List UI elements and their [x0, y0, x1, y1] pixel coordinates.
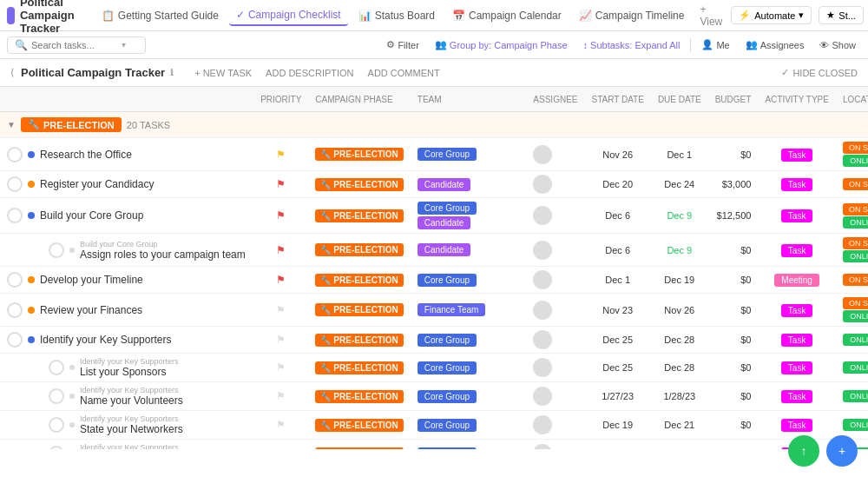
start-date-cell: Nov 23: [584, 294, 650, 327]
status-circle[interactable]: [7, 272, 23, 288]
task-name[interactable]: Register your Candidacy: [7, 176, 247, 192]
assignees-button[interactable]: 👥 Assignees: [740, 37, 810, 52]
teams-cell: Core Group: [418, 274, 520, 287]
start-date-cell: 1/27/23: [584, 382, 650, 411]
info-icon[interactable]: ℹ: [170, 68, 174, 77]
teams-cell: Core Group: [418, 447, 520, 450]
task-name[interactable]: Identify your Key Supporters: [7, 332, 247, 348]
fab-green-button[interactable]: ↑: [788, 435, 819, 449]
activity-cell: Task: [758, 198, 836, 234]
new-task-button[interactable]: + NEW TASK: [191, 66, 255, 80]
phase-icon: 🔧: [320, 245, 331, 255]
due-date: Dec 9: [667, 210, 692, 221]
me-button[interactable]: 👤 Me: [696, 37, 734, 52]
start-date-cell: Dec 1: [584, 267, 650, 294]
chevron-down-icon: ▾: [799, 10, 804, 21]
status-circle[interactable]: [7, 176, 23, 192]
add-description-button[interactable]: ADD DESCRIPTION: [262, 66, 357, 80]
subtask-name[interactable]: Identify your Key Supporters List your S…: [7, 357, 247, 378]
due-date-cell: 1/28/23: [651, 382, 708, 411]
subtask-name[interactable]: Build your Core Group Assign roles to yo…: [7, 240, 247, 261]
task-name-cell[interactable]: Develop your Timeline: [0, 267, 253, 294]
status-circle[interactable]: [49, 417, 64, 433]
subtask-name[interactable]: Identify your Key Supporters State your …: [7, 414, 247, 435]
filter-button[interactable]: ⚙ Filter: [381, 37, 424, 52]
task-name-cell[interactable]: Identify your Key Supporters: [0, 327, 253, 354]
start-date: Dec 19: [602, 448, 633, 449]
status-circle[interactable]: [7, 332, 23, 348]
assignee-avatar: [533, 241, 552, 260]
priority-cell: ⚑: [253, 198, 308, 234]
task-name-text: Review your Finances: [40, 304, 142, 316]
table-row: Identify your Key Supporters ⚑🔧 PRE-ELEC…: [0, 327, 868, 354]
status-circle[interactable]: [49, 242, 64, 258]
subtask-name[interactable]: Identify your Key Supporters List your S…: [7, 443, 247, 449]
task-name-cell[interactable]: Identify your Key Supporters Name your V…: [0, 382, 253, 411]
hide-closed-button[interactable]: ✓ HIDE CLOSED: [781, 67, 858, 78]
tab-campaign-checklist[interactable]: ✓ Campaign Checklist: [229, 5, 348, 26]
breadcrumb-home[interactable]: ⟨: [10, 67, 14, 78]
task-name-cell[interactable]: Register your Candidacy: [0, 171, 253, 198]
subtask-name[interactable]: Identify your Key Supporters Name your V…: [7, 386, 247, 407]
task-name[interactable]: Review your Finances: [7, 302, 247, 318]
subtask-parent: Identify your Key Supporters: [80, 357, 179, 366]
teams-cell: Core Group: [418, 334, 520, 347]
tab-getting-started[interactable]: 📋 Getting Started Guide: [95, 6, 226, 25]
phase-badge: 🔧 PRE-ELECTION: [315, 390, 403, 403]
status-circle[interactable]: [7, 302, 23, 318]
phase-icon: 🔧: [320, 363, 331, 373]
budget-value: $0: [740, 245, 751, 255]
task-name[interactable]: Research the Office: [7, 147, 247, 162]
search-box[interactable]: 🔍 ▾: [7, 36, 146, 54]
location-badge: ON SITE: [843, 142, 868, 154]
task-dot: [28, 181, 35, 188]
location-cell: ON SITEONLINE: [836, 234, 868, 267]
subtasks-button[interactable]: ↕ Subtasks: Expand All: [578, 38, 686, 52]
fab-blue-button[interactable]: +: [826, 435, 858, 449]
due-date-cell: Dec 24: [651, 171, 708, 198]
table-row: Identify your Key Supporters List your S…: [0, 440, 868, 450]
budget-value: $0: [740, 275, 751, 285]
task-name-cell[interactable]: Review your Finances: [0, 294, 253, 327]
status-circle[interactable]: [49, 446, 64, 449]
group-by-button[interactable]: 👥 Group by: Campaign Phase: [430, 37, 573, 52]
search-input[interactable]: [31, 40, 118, 50]
add-comment-button[interactable]: ADD COMMENT: [365, 66, 444, 80]
assignee-cell: [526, 327, 584, 354]
assignee-cell: [526, 354, 584, 382]
show-button[interactable]: 👁 Show: [814, 38, 861, 52]
status-circle[interactable]: [49, 360, 64, 375]
budget-value: $0: [740, 335, 751, 345]
start-date: Dec 19: [602, 420, 633, 430]
budget-cell: $0: [708, 267, 759, 294]
task-name-cell[interactable]: Identify your Key Supporters List your S…: [0, 354, 253, 382]
task-name[interactable]: Develop your Timeline: [7, 272, 247, 288]
task-name-cell[interactable]: Research the Office: [0, 138, 253, 171]
tab-status-board[interactable]: 📊 Status Board: [352, 6, 442, 25]
due-date: Dec 24: [664, 179, 694, 189]
phase-cell: 🔧 PRE-ELECTION: [308, 327, 410, 354]
phase-cell: 🔧 PRE-ELECTION: [308, 234, 410, 267]
stars-button[interactable]: ★ St...: [819, 6, 864, 24]
activity-badge: Task: [781, 361, 813, 374]
status-circle[interactable]: [7, 147, 23, 162]
task-name-cell[interactable]: Identify your Key Supporters List your S…: [0, 440, 253, 450]
automate-button[interactable]: ⚡ Automate ▾: [731, 6, 812, 24]
tab-campaign-calendar[interactable]: 📅 Campaign Calendar: [445, 6, 569, 25]
task-name[interactable]: Build your Core Group: [7, 208, 247, 223]
task-name-text: Build your Core Group: [40, 209, 143, 222]
status-circle[interactable]: [49, 388, 64, 404]
budget-cell: $12,500: [708, 198, 759, 234]
status-circle[interactable]: [7, 208, 23, 223]
task-name-cell[interactable]: Build your Core Group: [0, 198, 253, 234]
assignee-cell: [526, 440, 584, 450]
priority-flag-icon: ⚑: [276, 178, 286, 190]
task-name-cell[interactable]: Identify your Key Supporters State your …: [0, 411, 253, 440]
group-collapse-icon[interactable]: ▼: [7, 120, 16, 129]
task-name-cell[interactable]: Build your Core Group Assign roles to yo…: [0, 234, 253, 267]
assignee-cell: [526, 411, 584, 440]
tab-campaign-timeline[interactable]: 📈 Campaign Timeline: [572, 6, 692, 25]
location-badge: ON SITE: [843, 237, 868, 249]
add-view-button[interactable]: + View: [694, 0, 727, 31]
due-date: Dec 22: [664, 448, 694, 449]
